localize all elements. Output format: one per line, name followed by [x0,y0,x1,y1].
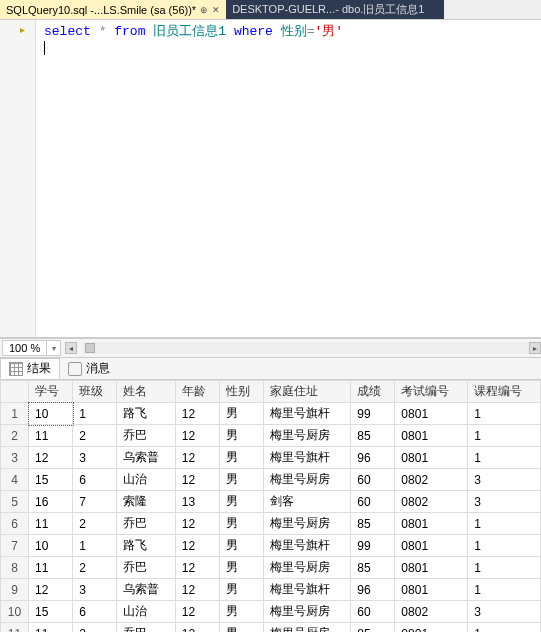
cell[interactable]: 1 [468,623,541,633]
cell[interactable]: 2 [73,425,117,447]
column-header[interactable]: 考试编号 [395,381,468,403]
table-row[interactable]: 2112乔巴12男梅里号厨房8508011 [1,425,541,447]
cell[interactable]: 12 [175,403,219,425]
cell[interactable]: 11 [29,513,73,535]
cell[interactable]: 梅里号厨房 [264,469,351,491]
cell[interactable]: 96 [351,579,395,601]
cell[interactable]: 男 [219,535,263,557]
cell[interactable]: 7 [73,491,117,513]
cell[interactable]: 12 [175,535,219,557]
cell[interactable]: 6 [73,469,117,491]
cell[interactable]: 2 [73,513,117,535]
table-row[interactable]: 3123乌索普12男梅里号旗杆9608011 [1,447,541,469]
cell[interactable]: 10 [29,403,73,425]
cell[interactable]: 15 [29,469,73,491]
row-header[interactable]: 4 [1,469,29,491]
column-header[interactable]: 课程编号 [468,381,541,403]
table-row[interactable]: 5167索隆13男剑客6008023 [1,491,541,513]
cell[interactable]: 12 [175,425,219,447]
cell[interactable]: 11 [29,425,73,447]
cell[interactable]: 乌索普 [117,447,175,469]
table-row[interactable]: 8112乔巴12男梅里号厨房8508011 [1,557,541,579]
cell[interactable]: 12 [175,601,219,623]
cell[interactable]: 路飞 [117,403,175,425]
cell[interactable]: 3 [73,447,117,469]
cell[interactable]: 1 [468,425,541,447]
cell[interactable]: 梅里号旗杆 [264,579,351,601]
code-textarea[interactable]: select * from 旧员工信息1 where 性别='男' [36,20,541,337]
cell[interactable]: 99 [351,403,395,425]
cell[interactable]: 0802 [395,491,468,513]
cell[interactable]: 梅里号厨房 [264,557,351,579]
zoom-level[interactable]: 100 % [2,340,47,356]
cell[interactable]: 剑客 [264,491,351,513]
tab-messages[interactable]: 消息 [60,358,118,379]
cell[interactable]: 99 [351,535,395,557]
horizontal-scrollbar[interactable] [83,342,529,354]
cell[interactable]: 山治 [117,469,175,491]
cell[interactable]: 12 [175,623,219,633]
cell[interactable]: 男 [219,623,263,633]
cell[interactable]: 60 [351,491,395,513]
cell[interactable]: 3 [468,491,541,513]
cell[interactable]: 路飞 [117,535,175,557]
tab-table-designer[interactable]: DESKTOP-GUELR...- dbo.旧员工信息1 [226,0,444,19]
cell[interactable]: 乔巴 [117,513,175,535]
cell[interactable]: 男 [219,579,263,601]
table-row[interactable]: 4156山治12男梅里号厨房6008023 [1,469,541,491]
cell[interactable]: 0801 [395,425,468,447]
zoom-dropdown[interactable]: ▾ [47,340,61,356]
cell[interactable]: 12 [175,557,219,579]
cell[interactable]: 1 [468,447,541,469]
table-row[interactable]: 1101路飞12男梅里号旗杆9908011 [1,403,541,425]
table-row[interactable]: 11112乔巴12男梅里号厨房8508011 [1,623,541,633]
cell[interactable]: 12 [29,579,73,601]
cell[interactable]: 0801 [395,623,468,633]
cell[interactable]: 85 [351,557,395,579]
row-header[interactable]: 6 [1,513,29,535]
cell[interactable]: 1 [468,535,541,557]
tab-results[interactable]: 结果 [0,358,60,379]
cell[interactable]: 男 [219,447,263,469]
cell[interactable]: 乌索普 [117,579,175,601]
cell[interactable]: 1 [468,557,541,579]
cell[interactable]: 60 [351,601,395,623]
cell[interactable]: 1 [73,403,117,425]
cell[interactable]: 2 [73,557,117,579]
column-header[interactable]: 性别 [219,381,263,403]
cell[interactable]: 梅里号厨房 [264,601,351,623]
column-header[interactable]: 姓名 [117,381,175,403]
table-row[interactable]: 9123乌索普12男梅里号旗杆9608011 [1,579,541,601]
cell[interactable]: 1 [468,579,541,601]
cell[interactable]: 男 [219,491,263,513]
column-header[interactable]: 年龄 [175,381,219,403]
cell[interactable]: 11 [29,623,73,633]
cell[interactable]: 0801 [395,579,468,601]
column-header[interactable]: 班级 [73,381,117,403]
cell[interactable]: 乔巴 [117,425,175,447]
cell[interactable]: 16 [29,491,73,513]
row-header[interactable]: 1 [1,403,29,425]
cell[interactable]: 乔巴 [117,623,175,633]
row-header[interactable]: 5 [1,491,29,513]
cell[interactable]: 3 [468,601,541,623]
cell[interactable]: 梅里号厨房 [264,425,351,447]
corner-cell[interactable] [1,381,29,403]
cell[interactable]: 梅里号厨房 [264,513,351,535]
cell[interactable]: 0801 [395,403,468,425]
cell[interactable]: 0801 [395,557,468,579]
cell[interactable]: 15 [29,601,73,623]
cell[interactable]: 男 [219,425,263,447]
pin-icon[interactable]: ⊕ [200,5,208,15]
cell[interactable]: 12 [175,513,219,535]
column-header[interactable]: 成绩 [351,381,395,403]
cell[interactable]: 12 [175,447,219,469]
row-header[interactable]: 3 [1,447,29,469]
results-grid[interactable]: 学号班级姓名年龄性别家庭住址成绩考试编号课程编号 1101路飞12男梅里号旗杆9… [0,380,541,632]
table-row[interactable]: 7101路飞12男梅里号旗杆9908011 [1,535,541,557]
cell[interactable]: 男 [219,403,263,425]
row-header[interactable]: 11 [1,623,29,633]
cell[interactable]: 乔巴 [117,557,175,579]
cell[interactable]: 男 [219,469,263,491]
table-row[interactable]: 6112乔巴12男梅里号厨房8508011 [1,513,541,535]
